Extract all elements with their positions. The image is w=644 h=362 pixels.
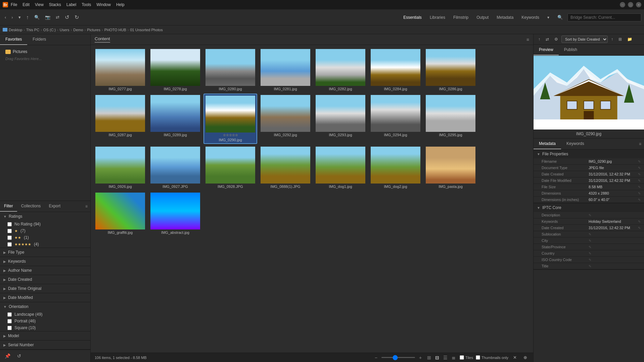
tab-favorites[interactable]: Favorites [0, 34, 27, 45]
tab-keywords[interactable]: Keywords [561, 139, 590, 149]
filter-section-header-date-created[interactable]: ▶ Date Created [0, 275, 90, 284]
photo-thumb-8[interactable]: IMG_0289.jpg [148, 94, 202, 144]
metadata-group-header-iptc[interactable]: ▼ IPTC Core [534, 203, 644, 212]
menu-item-edit[interactable]: Edit [22, 2, 30, 7]
photo-thumb-14[interactable]: IMG_0926.jpg [93, 145, 147, 190]
breadcrumb-item-6[interactable]: PHOTO HUB [104, 28, 126, 32]
menu-item-window[interactable]: Window [96, 2, 111, 7]
photo-thumb-16[interactable]: IMG_0928.JPG [203, 145, 257, 190]
filter-checkbox[interactable] [7, 229, 12, 233]
filter-checkbox[interactable] [7, 312, 12, 317]
filter-section-header-orientation[interactable]: ▼ Orientation [0, 302, 90, 311]
minimize-button[interactable]: ─ [620, 2, 625, 7]
edit-icon[interactable]: ✎ [638, 220, 641, 223]
menu-item-file[interactable]: File [11, 2, 17, 7]
filter-section-header-serial[interactable]: ▶ Serial Number [0, 341, 90, 349]
right-toolbar-btn2[interactable]: ⇄ [544, 36, 551, 43]
filter-item-5star[interactable]: ★★★★★ (4) [0, 241, 90, 248]
favorites-item-pictures[interactable]: Pictures [3, 48, 88, 55]
filter-checkbox[interactable] [7, 326, 12, 330]
photo-thumb-3[interactable]: IMG_0281.jpg [259, 48, 312, 92]
right-toolbar-btn1[interactable]: ↑ [536, 36, 542, 43]
photo-thumb-10[interactable]: IMG_0292.jpg [259, 94, 312, 144]
edit-icon[interactable]: ✎ [638, 226, 641, 230]
photo-thumb-17[interactable]: IMG_0888(1).JPG [259, 145, 312, 190]
folder-button[interactable]: 📁 [625, 36, 634, 43]
filter-section-header-datetime[interactable]: ▶ Date Time Original [0, 284, 90, 293]
workspace-btn-keywords[interactable]: Keywords [518, 14, 543, 21]
photo-thumb-11[interactable]: IMG_0293.jpg [314, 94, 367, 144]
filter-checkbox[interactable] [7, 242, 12, 247]
tiles-label[interactable]: Tiles [460, 355, 473, 360]
nav-up-button[interactable]: ↑ [24, 13, 31, 22]
filter-item-1star[interactable]: ★ (7) [0, 227, 90, 234]
filter-menu-icon[interactable]: ≡ [83, 201, 90, 211]
filter-section-header-author[interactable]: ▶ Author Name [0, 266, 90, 275]
thumbnails-only-checkbox[interactable] [476, 355, 480, 360]
search-input[interactable] [567, 13, 641, 21]
edit-icon[interactable]: ✎ [638, 179, 641, 183]
photo-thumb-22[interactable]: IMG_abstract.jpg [148, 191, 202, 236]
menu-item-view[interactable]: View [35, 2, 44, 7]
workspace-btn-essentials[interactable]: Essentials [400, 14, 425, 21]
nav-back-button[interactable]: ‹ [3, 13, 8, 21]
tab-collections[interactable]: Collections [17, 201, 45, 212]
grid-view-button[interactable]: ⊞ [426, 354, 432, 361]
close-panel-button[interactable]: ✕ [511, 354, 519, 361]
tab-metadata[interactable]: Metadata [534, 139, 561, 149]
sort-select[interactable]: Sort by Date Created [561, 36, 608, 43]
photo-thumb-19[interactable]: IMG_dog2.jpg [369, 145, 422, 190]
edit-icon[interactable]: ✎ [589, 213, 591, 217]
sort-direction-button[interactable]: ↑ [609, 36, 615, 43]
photo-thumb-13[interactable]: IMG_0295.jpg [424, 94, 477, 144]
view-options-button[interactable]: ⊞ [616, 36, 624, 43]
metadata-tab-menu-icon[interactable]: ≡ [636, 139, 644, 149]
zoom-slider[interactable] [381, 357, 415, 358]
filter-checkbox[interactable] [7, 319, 12, 323]
filter-item-square[interactable]: Square (10) [0, 324, 90, 331]
tab-preview[interactable]: Preview [534, 45, 559, 55]
photo-thumb-12[interactable]: IMG_0294.jpg [369, 94, 422, 144]
filter-checkbox[interactable] [7, 236, 12, 240]
thumbnails-only-label[interactable]: Thumbnails only [476, 355, 508, 360]
maximize-button[interactable]: □ [628, 2, 633, 7]
photo-thumb-15[interactable]: IMG_0927.JPG [148, 145, 202, 190]
filter-item-portrait[interactable]: Portrait (46) [0, 318, 90, 324]
breadcrumb-item-2[interactable]: OS (C:) [43, 28, 56, 32]
edit-icon[interactable]: ✎ [589, 264, 591, 268]
breadcrumb-item-1[interactable]: This PC [26, 28, 39, 32]
tiles-checkbox[interactable] [460, 355, 464, 360]
redo-button[interactable]: ↻ [73, 13, 81, 22]
filter-item-2star[interactable]: ★★ (1) [0, 234, 90, 241]
edit-icon[interactable]: ✎ [638, 166, 641, 170]
edit-icon[interactable]: ✎ [638, 172, 641, 176]
window-controls[interactable]: ─ □ ✕ [620, 2, 641, 7]
search-icon[interactable]: 🔍 [555, 13, 565, 21]
filter-section-header-keywords[interactable]: ▶ Keywords [0, 257, 90, 266]
content-menu-icon[interactable]: ≡ [526, 37, 529, 42]
refresh-button[interactable]: ↺ [63, 13, 71, 22]
breadcrumb-item-7[interactable]: 01 Unsorted Photos [130, 28, 163, 32]
reveal-button[interactable]: 🔍 [32, 13, 42, 21]
pin-button[interactable]: 📌 [3, 352, 12, 360]
workspace-btn-[interactable]: ▾ [544, 14, 553, 21]
photo-thumb-5[interactable]: IMG_0284.jpg [369, 48, 422, 92]
close-button[interactable]: ✕ [636, 2, 641, 7]
camera-button[interactable]: 📷 [43, 13, 52, 21]
tab-folders[interactable]: Folders [27, 34, 51, 45]
expand-panel-button[interactable]: ⊕ [521, 354, 529, 361]
photo-thumb-18[interactable]: IMG_dog1.jpg [314, 145, 367, 190]
photo-thumb-7[interactable]: IMG_0287.jpg [93, 94, 147, 144]
edit-icon[interactable]: ✎ [638, 198, 641, 202]
photo-thumb-2[interactable]: IMG_0280.jpg [203, 48, 257, 92]
photo-thumb-1[interactable]: IMG_0278.jpg [148, 48, 202, 92]
filter-section-header-date-modified[interactable]: ▶ Date Modified [0, 293, 90, 302]
filter-item-no-rating[interactable]: No Rating (94) [0, 221, 90, 227]
filter-item-landscape[interactable]: Landscape (49) [0, 311, 90, 318]
photo-thumb-20[interactable]: IMG_pasta.jpg [424, 145, 477, 190]
photo-thumb-0[interactable]: IMG_0277.jpg [93, 48, 147, 92]
filter-section-header-ratings[interactable]: ▼ Ratings [0, 212, 90, 221]
zoom-in-button[interactable]: + [418, 354, 423, 361]
filter-section-header-filetype[interactable]: ▶ File Type [0, 248, 90, 257]
menu-item-stacks[interactable]: Stacks [49, 2, 61, 7]
